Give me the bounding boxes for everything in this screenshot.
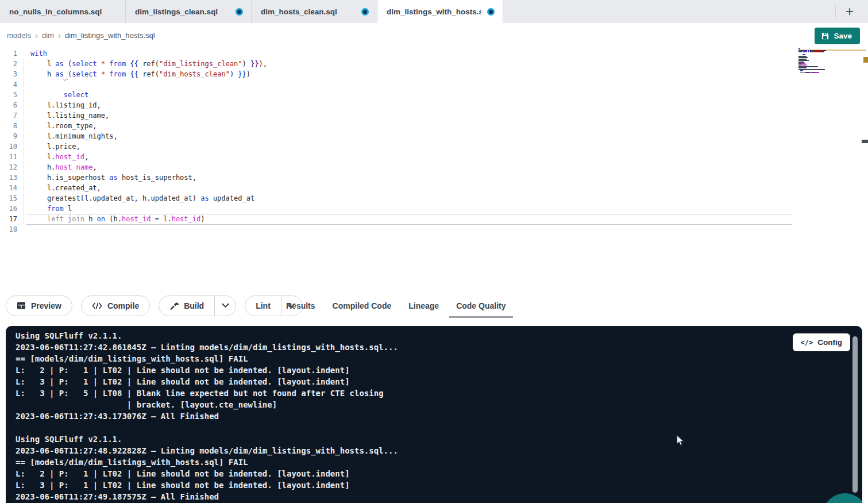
- code-line-text: [17, 79, 30, 90]
- code-token: {{: [130, 60, 138, 68]
- code-token: l: [30, 60, 55, 68]
- code-line-text: greatest(l.updated_at, h.updated_at) as …: [17, 193, 254, 203]
- code-line-text: l.price,: [17, 141, 80, 152]
- error-squiggle: [64, 70, 68, 78]
- unsaved-changes-icon: [487, 8, 495, 16]
- code-token: from: [47, 205, 64, 213]
- build-dropdown-button[interactable]: [214, 296, 236, 316]
- code-token: ref(: [138, 70, 159, 78]
- code-token: as: [109, 174, 117, 182]
- build-button[interactable]: Build: [159, 296, 214, 316]
- breadcrumb-segment[interactable]: models: [7, 31, 31, 40]
- unsaved-changes-icon: [236, 8, 243, 16]
- code-token: h.is_superhost: [30, 174, 109, 182]
- code-editor[interactable]: 1with2 l as (select * from {{ ref("dim_l…: [0, 48, 868, 293]
- code-line-text: l.host_id,: [17, 152, 88, 162]
- code-token: select: [64, 91, 88, 99]
- code-token: host_id: [122, 215, 151, 223]
- compile-button[interactable]: Compile: [82, 296, 149, 316]
- code-token: l.: [30, 153, 55, 161]
- code-line: 7 l.listing_name,: [0, 110, 868, 121]
- code-token: h: [88, 215, 97, 223]
- code-line: 14 l.created_at,: [0, 183, 868, 193]
- code-token: ,: [92, 163, 97, 171]
- panel-tab-lineage[interactable]: Lineage: [402, 293, 446, 318]
- code-token: h.: [30, 163, 55, 171]
- file-tab-label: dim_hosts_clean.sql: [261, 7, 356, 16]
- lint-button[interactable]: Lint: [245, 296, 281, 316]
- save-button-label: Save: [834, 32, 852, 40]
- terminal-scrollbar[interactable]: [852, 336, 858, 493]
- code-line: 13 h.is_superhost as host_is_superhost,: [0, 172, 868, 183]
- code-line-text: h as (select * from {{ ref("dim_hosts_cl…: [17, 69, 250, 79]
- build-button-label: Build: [184, 301, 204, 310]
- code-token: l.listing_name,: [30, 112, 109, 120]
- code-token: updated_at: [209, 194, 254, 202]
- save-button[interactable]: Save: [815, 28, 860, 44]
- code-token: l: [64, 205, 72, 213]
- config-button[interactable]: </> Config: [793, 333, 850, 351]
- code-lines: 1with2 l as (select * from {{ ref("dim_l…: [0, 48, 868, 235]
- minimap-segment: [819, 72, 819, 73]
- code-token: as: [55, 60, 63, 68]
- panel-tab-code-quality[interactable]: Code Quality: [449, 293, 512, 318]
- terminal-output: Using SQLFluff v2.1.1. 2023-06-06T11:27:…: [6, 326, 862, 502]
- code-token: }}: [238, 70, 246, 78]
- code-token: ): [246, 70, 250, 78]
- code-token: ): [230, 70, 238, 78]
- code-token: *: [101, 60, 105, 68]
- minimap[interactable]: [798, 48, 840, 75]
- action-toolbar: PreviewCompileBuildLint ResultsCompiled …: [0, 293, 868, 318]
- compile-button-label: Compile: [107, 301, 139, 310]
- file-tab[interactable]: dim_hosts_clean.sql: [252, 0, 377, 23]
- code-token: l.room_type,: [30, 122, 97, 130]
- code-line-text: with: [17, 48, 47, 59]
- result-panel-tabs: ResultsCompiled CodeLineageCode Quality: [279, 293, 513, 318]
- code-icon: [92, 302, 102, 309]
- code-token: = l.: [151, 215, 172, 223]
- code-token: h: [30, 70, 55, 78]
- file-tab[interactable]: dim_listings_with_hosts.sql: [377, 0, 503, 23]
- file-tab[interactable]: dim_listings_clean.sql: [126, 0, 252, 23]
- code-line-text: h.is_superhost as host_is_superhost,: [17, 172, 196, 183]
- new-tab-button[interactable]: +: [842, 3, 858, 20]
- chevron-down-icon: [222, 303, 229, 308]
- file-tab[interactable]: no_nulls_in_columns.sql: [0, 0, 126, 23]
- line-number: 17: [0, 214, 17, 224]
- code-token: host_is_superhost,: [118, 174, 196, 182]
- code-token: ,: [84, 153, 88, 161]
- preview-button[interactable]: Preview: [6, 296, 72, 316]
- table-icon: [17, 301, 26, 310]
- line-number: 8: [0, 121, 17, 131]
- line-number: 16: [0, 203, 17, 214]
- code-line: 9 l.minimum_nights,: [0, 131, 868, 141]
- code-line-text: from l: [17, 203, 72, 214]
- code-token: select: [72, 70, 97, 78]
- line-number: 12: [0, 162, 17, 172]
- breadcrumb-segment[interactable]: dim_listings_with_hosts.sql: [65, 31, 155, 40]
- breadcrumb-segment[interactable]: dim: [42, 31, 54, 40]
- code-line: 10 l.price,: [0, 141, 868, 152]
- code-line: 16 from l: [0, 203, 868, 214]
- panel-tab-results[interactable]: Results: [279, 293, 322, 318]
- code-token: [30, 215, 47, 223]
- action-buttons: PreviewCompileBuildLint: [6, 295, 303, 316]
- minimap-segment: [825, 50, 827, 51]
- line-number: 11: [0, 152, 17, 162]
- code-token: as: [55, 70, 63, 78]
- line-number: 10: [0, 141, 17, 152]
- panel-tab-compiled-code[interactable]: Compiled Code: [326, 293, 399, 318]
- code-token: host_id: [172, 215, 201, 223]
- minimap-segment: [800, 72, 805, 73]
- panel-gap: [0, 318, 868, 326]
- code-token: ref(: [138, 60, 159, 68]
- overview-ruler-warning-marker: [863, 57, 868, 63]
- code-line: 11 l.host_id,: [0, 152, 868, 162]
- code-token: l.minimum_nights,: [30, 132, 118, 140]
- file-tab-label: dim_listings_with_hosts.sql: [387, 7, 481, 16]
- code-token: [30, 205, 47, 213]
- code-token: [97, 60, 101, 68]
- minimap-segment: [809, 66, 818, 67]
- file-tab-bar: no_nulls_in_columns.sqldim_listings_clea…: [0, 0, 868, 23]
- code-line-text: l.minimum_nights,: [17, 131, 118, 141]
